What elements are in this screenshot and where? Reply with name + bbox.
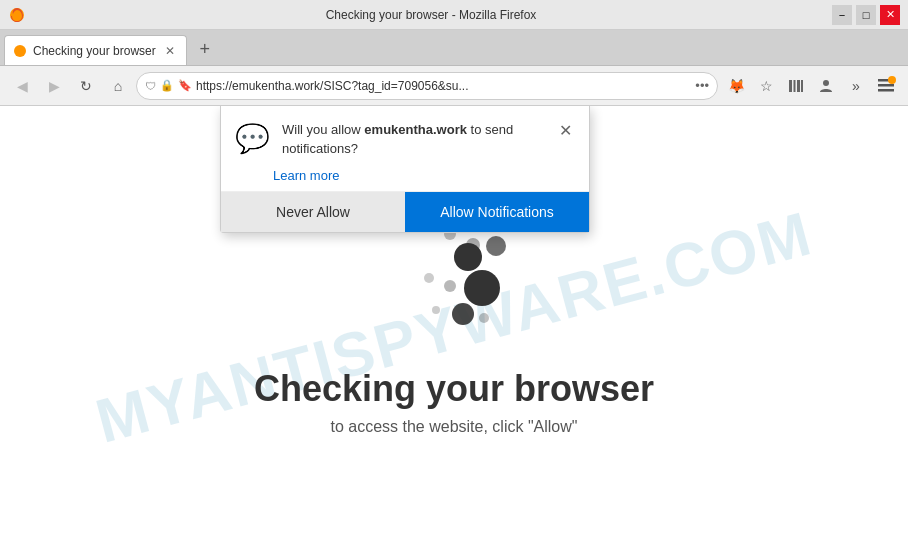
menu-button[interactable] (872, 72, 900, 100)
dot-10 (479, 313, 489, 323)
page-subtext: to access the website, click "Allow" (330, 418, 577, 436)
maximize-button[interactable]: □ (856, 5, 876, 25)
account-icon[interactable] (812, 72, 840, 100)
more-icon[interactable]: ••• (695, 78, 709, 93)
popup-header: 💬 Will you allow emukentha.work to send … (221, 106, 589, 162)
window-controls: − □ ✕ (832, 5, 900, 25)
dot-4 (454, 243, 482, 271)
dot-6 (444, 280, 456, 292)
url-text: https://emukentha.work/SISC?tag_id=70905… (196, 79, 691, 93)
close-button[interactable]: ✕ (880, 5, 900, 25)
svg-point-6 (823, 80, 829, 86)
library-icon[interactable] (782, 72, 810, 100)
svg-rect-8 (878, 84, 894, 87)
titlebar: Checking your browser - Mozilla Firefox … (0, 0, 908, 30)
svg-rect-5 (801, 80, 803, 92)
bookmark-star-icon[interactable]: ☆ (752, 72, 780, 100)
dot-3 (486, 236, 506, 256)
home-button[interactable]: ⌂ (104, 72, 132, 100)
tab-title: Checking your browser (33, 44, 156, 58)
tab-close-button[interactable]: ✕ (162, 43, 178, 59)
address-bar-actions: ••• (695, 78, 709, 93)
lock-icon: 🔒 (160, 79, 174, 92)
svg-rect-7 (878, 79, 894, 82)
svg-rect-9 (878, 89, 894, 92)
toolbar-right: 🦊 ☆ » (722, 72, 900, 100)
svg-point-1 (14, 45, 26, 57)
new-tab-button[interactable]: + (191, 35, 219, 63)
extensions-icon[interactable]: » (842, 72, 870, 100)
page-content: 💬 Will you allow emukentha.work to send … (0, 106, 908, 548)
never-allow-button[interactable]: Never Allow (221, 192, 405, 232)
dot-7 (464, 270, 500, 306)
allow-notifications-button[interactable]: Allow Notifications (405, 192, 589, 232)
window-title: Checking your browser - Mozilla Firefox (30, 8, 832, 22)
dot-9 (452, 303, 474, 325)
popup-message: Will you allow emukentha.work to send no… (282, 122, 513, 156)
notification-chat-icon: 💬 (235, 122, 270, 155)
back-button[interactable]: ◀ (8, 72, 36, 100)
forward-button[interactable]: ▶ (40, 72, 68, 100)
dot-8 (432, 306, 440, 314)
svg-rect-3 (794, 80, 796, 92)
navbar: ◀ ▶ ↻ ⌂ 🛡 🔒 🔖 https://emukentha.work/SIS… (0, 66, 908, 106)
svg-rect-4 (797, 80, 800, 92)
page-heading: Checking your browser (254, 368, 654, 410)
bookmark-icon: 🔖 (178, 79, 192, 92)
address-bar[interactable]: 🛡 🔒 🔖 https://emukentha.work/SISC?tag_id… (136, 72, 718, 100)
pocket-icon[interactable]: 🦊 (722, 72, 750, 100)
reload-button[interactable]: ↻ (72, 72, 100, 100)
shield-icon: 🛡 (145, 80, 156, 92)
popup-actions: Never Allow Allow Notifications (221, 191, 589, 232)
svg-point-0 (10, 8, 24, 22)
loading-spinner (394, 218, 514, 338)
popup-body: Will you allow emukentha.work to send no… (282, 120, 543, 158)
dot-5 (424, 273, 434, 283)
tab-favicon (13, 44, 27, 58)
popup-close-button[interactable]: ✕ (555, 120, 575, 140)
minimize-button[interactable]: − (832, 5, 852, 25)
active-tab[interactable]: Checking your browser ✕ (4, 35, 187, 65)
message-prefix: Will you allow (282, 122, 364, 137)
tabbar: Checking your browser ✕ + (0, 30, 908, 66)
learn-more-link[interactable]: Learn more (273, 168, 589, 191)
svg-rect-2 (789, 80, 792, 92)
firefox-icon (8, 6, 26, 24)
notification-popup: 💬 Will you allow emukentha.work to send … (220, 106, 590, 233)
site-name: emukentha.work (364, 122, 467, 137)
